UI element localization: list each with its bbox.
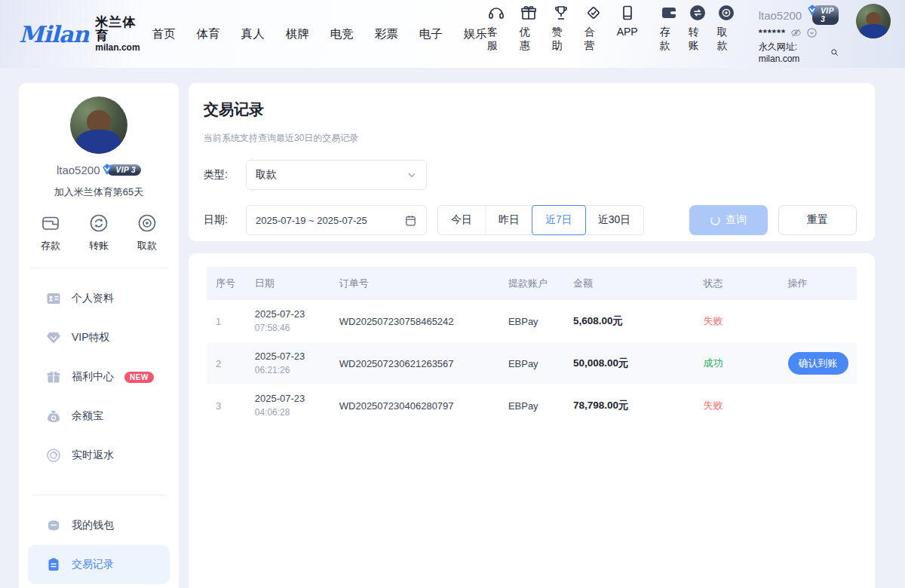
row-date: 2025-07-23 07:58:46: [246, 308, 330, 335]
id-card-icon: [46, 291, 61, 306]
sidebar-item-label: 福利中心: [72, 370, 114, 384]
avatar[interactable]: [70, 96, 127, 154]
nav-item-slots[interactable]: 电子: [419, 26, 443, 42]
nav-service-button[interactable]: 客服: [487, 4, 505, 53]
sidebar-item-benefits[interactable]: 福利中心 NEW: [19, 357, 179, 397]
chevron-circle-icon[interactable]: [806, 27, 818, 38]
sidebar-transfer-button[interactable]: 转账: [88, 213, 109, 253]
sidebar-withdraw-button[interactable]: 取款: [137, 213, 158, 253]
col-date: 日期: [246, 277, 330, 290]
vip-diamond-icon: [100, 163, 114, 176]
eye-off-icon[interactable]: [790, 27, 802, 38]
nav-partner-label: 合营: [584, 26, 603, 53]
range-7days-button[interactable]: 近7日: [532, 205, 586, 235]
table-header: 序号 日期 订单号 提款账户 金额 状态 操作: [207, 267, 857, 300]
sidebar-transfer-label: 转账: [89, 239, 109, 253]
nav-item-live[interactable]: 真人: [241, 26, 265, 42]
nav-deposit-button[interactable]: 存款: [660, 4, 678, 53]
wallet2-icon: [46, 518, 61, 533]
date-quick-group: 今日 昨日 近7日 近30日: [437, 205, 644, 235]
row-order-number: WD202507230406280797: [330, 400, 499, 412]
phone-icon: [618, 4, 637, 22]
join-days-text: 加入米兰体育第65天: [19, 185, 179, 199]
divider: [31, 268, 167, 268]
username[interactable]: ltao5200: [759, 9, 802, 22]
sidebar-withdraw-label: 取款: [137, 239, 157, 253]
range-today-button[interactable]: 今日: [438, 206, 485, 234]
range-yesterday-button[interactable]: 昨日: [485, 206, 532, 234]
username: ltao5200: [57, 164, 100, 176]
sidebar-item-label: 实时返水: [72, 449, 114, 462]
col-action: 操作: [779, 277, 857, 290]
transfer-icon: [689, 4, 707, 22]
magnifier-icon[interactable]: [830, 47, 839, 57]
top-navbar: Milan 米兰体育 milan.com 首页 体育 真人 棋牌 电竞 彩票 电…: [0, 0, 905, 68]
headset-icon: [487, 4, 505, 22]
nav-promo-button[interactable]: 优惠: [520, 4, 538, 53]
filter-panel: 交易记录 当前系统支持查询最近30日的交易记录 类型: 取款 日期: 2025-…: [189, 83, 875, 241]
logo-script-text: Milan: [19, 21, 88, 47]
nav-partner-button[interactable]: 合营: [584, 4, 603, 53]
sidebar-item-bets[interactable]: 投注记录: [19, 584, 179, 588]
row-amount: 50,008.00元: [573, 357, 629, 369]
sidebar-item-profile[interactable]: 个人资料: [19, 279, 179, 318]
masked-balance: ******: [759, 27, 786, 38]
status-badge: 失败: [703, 315, 722, 326]
nav-item-sports[interactable]: 体育: [197, 26, 220, 42]
row-time: 06:21:26: [255, 364, 330, 377]
confirm-receipt-button[interactable]: 确认到账: [788, 352, 848, 375]
col-status: 状态: [694, 277, 778, 290]
sidebar-deposit-button[interactable]: 存款: [40, 213, 61, 253]
sidebar-item-vip[interactable]: VIP特权: [19, 318, 179, 357]
search-button-label: 查询: [726, 213, 747, 227]
sidebar-item-transactions[interactable]: 交易记录: [28, 545, 170, 584]
type-select[interactable]: 取款: [246, 160, 427, 190]
wallet-outline-icon: [40, 213, 61, 234]
nav-item-esports[interactable]: 电竞: [330, 26, 354, 42]
date-range-input[interactable]: 2025-07-19 ~ 2025-07-25: [246, 205, 427, 235]
nav-sponsor-button[interactable]: 赞助: [552, 4, 570, 53]
moneybag-icon: [46, 409, 61, 424]
nav-item-home[interactable]: 首页: [152, 26, 176, 42]
table-row: 3 2025-07-23 04:06:28 WD2025072304062807…: [207, 384, 857, 427]
date-label: 日期:: [204, 213, 237, 227]
nav-item-chess[interactable]: 棋牌: [286, 26, 309, 42]
row-action: 确认到账: [779, 352, 857, 375]
col-order: 订单号: [330, 277, 499, 290]
status-badge: 失败: [703, 400, 722, 411]
avatar[interactable]: [856, 4, 891, 38]
col-account: 提款账户: [499, 277, 564, 290]
nav-app-button[interactable]: APP: [617, 4, 638, 38]
gift-icon: [520, 4, 538, 22]
chevron-down-icon: [406, 170, 417, 180]
transfer-outline-icon: [88, 213, 109, 234]
trophy-icon: [552, 4, 570, 22]
nav-withdraw-button[interactable]: 取款: [717, 4, 735, 53]
nav-app-label: APP: [617, 26, 638, 38]
sidebar-item-rebate[interactable]: 实时返水: [19, 436, 179, 475]
row-account: EBPay: [499, 358, 564, 369]
records-icon: [46, 557, 61, 572]
diamond-icon: [46, 330, 61, 345]
sidebar-item-label: VIP特权: [72, 331, 110, 345]
reset-button[interactable]: 重置: [778, 205, 857, 235]
sidebar-item-yuebao[interactable]: 余额宝: [19, 397, 179, 436]
brand-logo[interactable]: Milan 米兰体育 milan.com: [19, 16, 140, 52]
search-button[interactable]: 查询: [689, 205, 768, 235]
rebate-icon: [46, 448, 61, 463]
nav-item-lottery[interactable]: 彩票: [375, 26, 398, 42]
transactions-table: 序号 日期 订单号 提款账户 金额 状态 操作 1 2025-07-23 07:…: [189, 253, 875, 588]
profile-sidebar: ltao5200 VIP 3 加入米兰体育第65天 存款 转账 取款: [19, 83, 179, 588]
sidebar-item-wallet[interactable]: 我的钱包: [19, 506, 179, 545]
range-30days-button[interactable]: 近30日: [585, 206, 644, 234]
nav-item-casino[interactable]: 娱乐: [464, 26, 487, 42]
divider: [31, 495, 167, 495]
withdraw-icon: [717, 4, 735, 22]
row-order-number: WD202507230621263567: [330, 358, 499, 369]
col-amount: 金额: [564, 277, 694, 290]
row-index: 2: [207, 358, 246, 369]
table-row: 2 2025-07-23 06:21:26 WD2025072306212635…: [207, 342, 857, 384]
nav-service-label: 客服: [487, 26, 505, 53]
nav-transfer-button[interactable]: 转账: [689, 4, 707, 53]
nav-promo-label: 优惠: [520, 26, 538, 53]
